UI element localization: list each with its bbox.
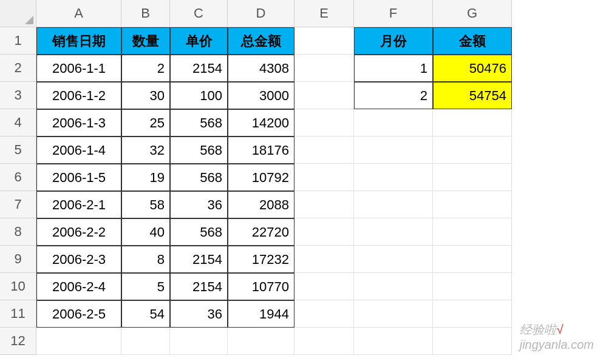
- cell-D9[interactable]: 17232: [228, 246, 294, 273]
- cell-G1[interactable]: 金额: [433, 27, 512, 55]
- cell-F2[interactable]: 1: [354, 55, 433, 82]
- cell-E4[interactable]: [294, 109, 354, 136]
- cell-G9[interactable]: [433, 246, 512, 273]
- cell-B3[interactable]: 30: [121, 82, 170, 109]
- cell-D8[interactable]: 22720: [228, 218, 294, 246]
- row-header-9[interactable]: 9: [0, 246, 36, 273]
- cell-G11[interactable]: [433, 300, 512, 328]
- cell-F8[interactable]: [354, 218, 433, 246]
- row-header-4[interactable]: 4: [0, 109, 36, 136]
- cell-A3[interactable]: 2006-1-2: [36, 82, 121, 109]
- cell-A11[interactable]: 2006-2-5: [36, 300, 121, 328]
- cell-B6[interactable]: 19: [121, 164, 170, 191]
- cell-G7[interactable]: [433, 191, 512, 218]
- cell-F9[interactable]: [354, 246, 433, 273]
- cell-D7[interactable]: 2088: [228, 191, 294, 218]
- row-header-5[interactable]: 5: [0, 136, 36, 164]
- col-header-D[interactable]: D: [228, 0, 294, 27]
- cell-F11[interactable]: [354, 300, 433, 328]
- cell-F3[interactable]: 2: [354, 82, 433, 109]
- cell-B5[interactable]: 32: [121, 136, 170, 164]
- cell-E11[interactable]: [294, 300, 354, 328]
- cell-F12[interactable]: [354, 328, 433, 355]
- cell-B8[interactable]: 40: [121, 218, 170, 246]
- cell-B11[interactable]: 54: [121, 300, 170, 328]
- cell-B10[interactable]: 5: [121, 273, 170, 300]
- row-header-12[interactable]: 12: [0, 328, 36, 355]
- cell-B9[interactable]: 8: [121, 246, 170, 273]
- col-header-E[interactable]: E: [294, 0, 354, 27]
- cell-E6[interactable]: [294, 164, 354, 191]
- cell-E10[interactable]: [294, 273, 354, 300]
- row-header-6[interactable]: 6: [0, 164, 36, 191]
- cell-A6[interactable]: 2006-1-5: [36, 164, 121, 191]
- cell-C5[interactable]: 568: [170, 136, 228, 164]
- col-header-C[interactable]: C: [170, 0, 228, 27]
- cell-A4[interactable]: 2006-1-3: [36, 109, 121, 136]
- row-header-11[interactable]: 11: [0, 300, 36, 328]
- cell-D1[interactable]: 总金额: [228, 27, 294, 55]
- cell-A12[interactable]: [36, 328, 121, 355]
- cell-A10[interactable]: 2006-2-4: [36, 273, 121, 300]
- cell-C4[interactable]: 568: [170, 109, 228, 136]
- cell-E9[interactable]: [294, 246, 354, 273]
- cell-D4[interactable]: 14200: [228, 109, 294, 136]
- cell-E1[interactable]: [294, 27, 354, 55]
- cell-F1[interactable]: 月份: [354, 27, 433, 55]
- spreadsheet-grid[interactable]: A B C D E F G 1 销售日期 数量 单价 总金额 月份 金额 2 2…: [0, 0, 606, 355]
- cell-G6[interactable]: [433, 164, 512, 191]
- cell-C6[interactable]: 568: [170, 164, 228, 191]
- cell-F7[interactable]: [354, 191, 433, 218]
- cell-C12[interactable]: [170, 328, 228, 355]
- cell-G10[interactable]: [433, 273, 512, 300]
- cell-A7[interactable]: 2006-2-1: [36, 191, 121, 218]
- cell-B2[interactable]: 2: [121, 55, 170, 82]
- cell-A5[interactable]: 2006-1-4: [36, 136, 121, 164]
- cell-G3[interactable]: 54754: [433, 82, 512, 109]
- col-header-A[interactable]: A: [36, 0, 121, 27]
- cell-G12[interactable]: [433, 328, 512, 355]
- cell-E2[interactable]: [294, 55, 354, 82]
- row-header-3[interactable]: 3: [0, 82, 36, 109]
- cell-F10[interactable]: [354, 273, 433, 300]
- cell-F5[interactable]: [354, 136, 433, 164]
- cell-D2[interactable]: 4308: [228, 55, 294, 82]
- cell-E7[interactable]: [294, 191, 354, 218]
- cell-E3[interactable]: [294, 82, 354, 109]
- cell-E8[interactable]: [294, 218, 354, 246]
- cell-A8[interactable]: 2006-2-2: [36, 218, 121, 246]
- select-all-corner[interactable]: [0, 0, 36, 27]
- cell-D10[interactable]: 10770: [228, 273, 294, 300]
- cell-C1[interactable]: 单价: [170, 27, 228, 55]
- row-header-1[interactable]: 1: [0, 27, 36, 55]
- cell-G4[interactable]: [433, 109, 512, 136]
- cell-B4[interactable]: 25: [121, 109, 170, 136]
- cell-D6[interactable]: 10792: [228, 164, 294, 191]
- cell-B1[interactable]: 数量: [121, 27, 170, 55]
- cell-E12[interactable]: [294, 328, 354, 355]
- col-header-G[interactable]: G: [433, 0, 512, 27]
- cell-D5[interactable]: 18176: [228, 136, 294, 164]
- cell-C10[interactable]: 2154: [170, 273, 228, 300]
- cell-B7[interactable]: 58: [121, 191, 170, 218]
- cell-C8[interactable]: 568: [170, 218, 228, 246]
- cell-A2[interactable]: 2006-1-1: [36, 55, 121, 82]
- cell-C3[interactable]: 100: [170, 82, 228, 109]
- cell-B12[interactable]: [121, 328, 170, 355]
- col-header-B[interactable]: B: [121, 0, 170, 27]
- cell-F4[interactable]: [354, 109, 433, 136]
- cell-G5[interactable]: [433, 136, 512, 164]
- cell-F6[interactable]: [354, 164, 433, 191]
- row-header-10[interactable]: 10: [0, 273, 36, 300]
- cell-G2[interactable]: 50476: [433, 55, 512, 82]
- cell-D11[interactable]: 1944: [228, 300, 294, 328]
- col-header-F[interactable]: F: [354, 0, 433, 27]
- row-header-7[interactable]: 7: [0, 191, 36, 218]
- row-header-2[interactable]: 2: [0, 55, 36, 82]
- cell-A1[interactable]: 销售日期: [36, 27, 121, 55]
- cell-G8[interactable]: [433, 218, 512, 246]
- cell-E5[interactable]: [294, 136, 354, 164]
- cell-A9[interactable]: 2006-2-3: [36, 246, 121, 273]
- cell-C2[interactable]: 2154: [170, 55, 228, 82]
- cell-C11[interactable]: 36: [170, 300, 228, 328]
